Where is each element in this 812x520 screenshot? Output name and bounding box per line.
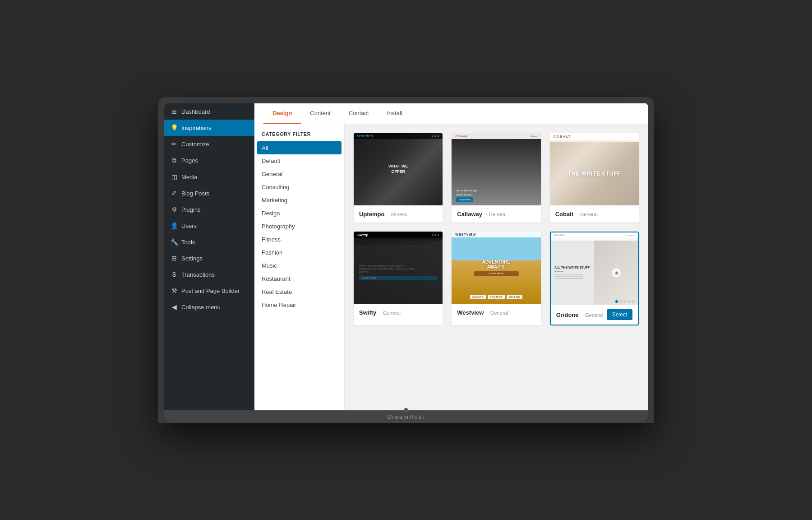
theme-preview-gridone: Grid One ALL THE WRITE STUFF	[551, 232, 638, 305]
filter-item-photography[interactable]: Photography	[254, 220, 344, 233]
builder-icon: ⚒	[171, 287, 178, 294]
sidebar-item-transactions[interactable]: $ Transactions	[164, 266, 254, 283]
swifty-name: Swifty	[359, 309, 376, 316]
inspirations-icon: 💡	[171, 124, 178, 131]
laptop-notch	[404, 408, 408, 413]
laptop-outer: ⊞ Dashboard 💡 Inspirations ✏ Customize ⧉…	[158, 97, 654, 423]
gridone-page4	[627, 300, 630, 303]
app-container: ⊞ Dashboard 💡 Inspirations ✏ Customize ⧉…	[164, 103, 648, 410]
uptempo-preview: UPTEMPO WHAT WEOFFER	[354, 133, 443, 205]
gridone-page1	[615, 300, 618, 303]
sidebar-label-settings: Settings	[181, 255, 203, 262]
theme-preview-swifty: Swifty H	[354, 232, 443, 304]
cobalt-nav: COBALT	[550, 133, 639, 140]
sidebar-item-media[interactable]: ◫ Media	[164, 169, 254, 185]
sidebar-item-dashboard[interactable]: ⊞ Dashboard	[164, 103, 254, 120]
sw-dot2	[435, 234, 436, 236]
dot3	[438, 135, 439, 137]
westview-logo: WESTVIEW	[455, 233, 476, 236]
callaway-nav: callaway Menu	[452, 133, 540, 139]
callaway-info: Callaway · General	[452, 205, 540, 223]
filter-item-real-estate[interactable]: Real Estate	[254, 285, 344, 298]
sidebar-label-customize: Customize	[181, 141, 209, 148]
filter-item-consulting[interactable]: Consulting	[254, 181, 344, 194]
theme-card-cobalt[interactable]: COBALT THE WRITE STUFF Cobalt	[550, 133, 639, 223]
swifty-info: Swifty · General	[354, 304, 443, 321]
tab-contact[interactable]: Contact	[340, 103, 378, 124]
theme-card-callaway[interactable]: callaway Menu all the little thingswe do…	[452, 133, 540, 223]
tab-design[interactable]: Design	[263, 103, 301, 124]
gridone-nav-dots	[627, 235, 634, 236]
gridone-page2	[619, 300, 622, 303]
uptempo-info: Uptempo · Fitness	[354, 205, 443, 223]
tab-content[interactable]: Content	[301, 103, 340, 124]
main-content: Design Content Contact Install CATEGORY …	[254, 103, 648, 410]
sidebar-item-collapse[interactable]: ◀ Collapse menu	[164, 299, 254, 315]
sidebar-item-blog-posts[interactable]: ✐ Blog Posts	[164, 185, 254, 201]
cobalt-info: Cobalt · General	[550, 205, 639, 223]
callaway-preview: callaway Menu all the little thingswe do…	[452, 133, 540, 205]
callaway-text: all the little thingswe do for you	[456, 189, 477, 196]
swifty-category: · General	[380, 310, 401, 316]
westview-name-wrapper: Westview · General	[457, 308, 508, 316]
dot2	[435, 135, 436, 137]
filter-item-design[interactable]: Design	[254, 207, 344, 220]
callaway-name: Callaway	[457, 211, 482, 218]
callaway-name-wrapper: Callaway · General	[457, 210, 506, 218]
sidebar-item-pages[interactable]: ⧉ Pages	[164, 152, 254, 169]
cobalt-name: Cobalt	[555, 211, 573, 218]
sidebar-item-settings[interactable]: ⊟ Settings	[164, 250, 254, 266]
callaway-category: · General	[486, 212, 506, 217]
sidebar-item-tools[interactable]: 🔧 Tools	[164, 234, 254, 250]
cobalt-bg: THE WRITE STUFF	[550, 142, 639, 205]
uptempo-category: · Fitness	[388, 212, 407, 217]
gridone-line1	[554, 274, 584, 275]
sidebar-label-inspirations: Inspirations	[181, 125, 211, 131]
filter-item-general[interactable]: General	[254, 167, 344, 181]
media-icon: ◫	[171, 173, 178, 181]
gridone-line2	[554, 276, 584, 277]
filter-item-marketing[interactable]: Marketing	[254, 194, 344, 207]
sidebar-item-customize[interactable]: ✏ Customize	[164, 136, 254, 152]
gr-dot3	[633, 235, 634, 236]
transactions-icon: $	[171, 271, 178, 278]
filter-item-home-repair[interactable]: Home Repair	[254, 298, 344, 311]
filter-item-fitness[interactable]: Fitness	[254, 233, 344, 246]
swifty-dots	[432, 234, 439, 236]
westview-info: Westview · General	[452, 304, 540, 321]
westview-hero-text: Adventure Awaits. LEARN MORE	[474, 260, 519, 276]
sidebar-item-users[interactable]: 👤 Users	[164, 218, 254, 234]
filter-item-all[interactable]: All	[257, 141, 341, 154]
filter-item-default[interactable]: Default	[254, 154, 344, 167]
sidebar-label-tools: Tools	[181, 239, 195, 246]
filter-title: CATEGORY FILTER	[254, 131, 344, 141]
settings-icon: ⊟	[171, 255, 178, 262]
sidebar-label-users: Users	[181, 223, 197, 229]
westview-btn: LEARN MORE	[474, 271, 519, 276]
sidebar-item-inspirations[interactable]: 💡 Inspirations	[164, 120, 254, 136]
tab-install[interactable]: Install	[378, 103, 411, 124]
filter-item-fashion[interactable]: Fashion	[254, 246, 344, 259]
sidebar-label-transactions: Transactions	[181, 271, 215, 278]
callaway-btn: Learn More	[456, 197, 473, 202]
filter-item-music[interactable]: Music	[254, 259, 344, 272]
cobalt-category: · General	[577, 212, 598, 217]
theme-card-uptempo[interactable]: UPTEMPO WHAT WEOFFER	[354, 133, 443, 223]
theme-card-gridone[interactable]: Grid One ALL THE WRITE STUFF	[550, 232, 639, 325]
theme-card-westview[interactable]: WESTVIEW ··· Adventure Awaits. LEARN MOR…	[452, 232, 540, 325]
sidebar: ⊞ Dashboard 💡 Inspirations ✏ Customize ⧉…	[164, 103, 254, 410]
theme-card-swifty[interactable]: Swifty H	[354, 232, 443, 325]
uptempo-name-wrapper: Uptempo · Fitness	[359, 210, 407, 218]
sidebar-item-post-page-builder[interactable]: ⚒ Post and Page Builder	[164, 283, 254, 299]
plugins-icon: ⚙	[171, 206, 178, 213]
gridone-info: Gridone · General Select	[551, 305, 638, 325]
select-button[interactable]: Select	[607, 309, 632, 320]
laptop-bottom: DreamHost	[164, 410, 648, 423]
swifty-logo: Swifty	[357, 233, 368, 237]
gridone-hero-text: ALL THE WRITE STUFF	[554, 265, 591, 269]
westview-tag-content: CONTENT	[488, 295, 505, 299]
sidebar-item-plugins[interactable]: ⚙ Plugins	[164, 201, 254, 218]
theme-preview-callaway: callaway Menu all the little thingswe do…	[452, 133, 540, 205]
theme-grid: UPTEMPO WHAT WEOFFER	[345, 124, 648, 410]
filter-item-restaurant[interactable]: Restaurant	[254, 272, 344, 285]
